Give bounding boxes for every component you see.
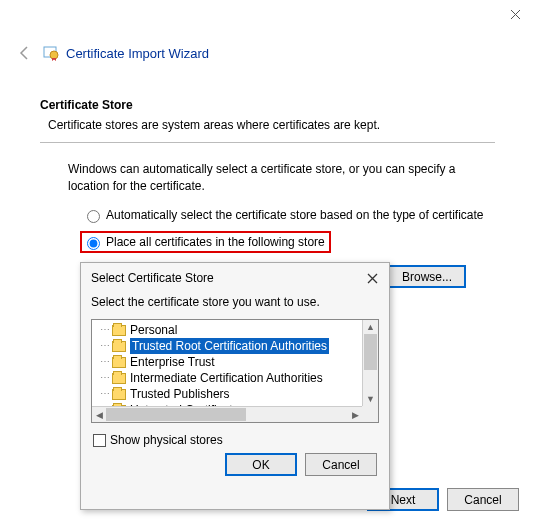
show-physical-checkbox[interactable] — [93, 434, 106, 447]
vertical-scrollbar[interactable]: ▲ ▼ — [362, 320, 378, 406]
dialog-title: Select Certificate Store — [91, 271, 214, 285]
radio-auto-input[interactable] — [87, 210, 100, 223]
scroll-corner — [362, 406, 378, 422]
radio-auto-label: Automatically select the certificate sto… — [106, 208, 484, 222]
scroll-down-icon[interactable]: ▼ — [363, 392, 378, 406]
show-physical-stores[interactable]: Show physical stores — [81, 423, 389, 453]
scroll-up-icon[interactable]: ▲ — [363, 320, 378, 334]
tree-item[interactable]: ⋯Trusted Publishers — [92, 386, 378, 402]
tree-item-label: Personal — [130, 322, 177, 338]
svg-point-1 — [50, 51, 58, 59]
section-heading: Certificate Store — [40, 98, 495, 112]
scroll-thumb-h[interactable] — [106, 408, 246, 421]
browse-button[interactable]: Browse... — [388, 265, 466, 288]
folder-icon — [112, 373, 126, 384]
body-text: Windows can automatically select a certi… — [68, 161, 467, 195]
folder-icon — [112, 325, 126, 336]
wizard-title: Certificate Import Wizard — [66, 46, 209, 61]
folder-icon — [112, 341, 126, 352]
tree-item[interactable]: ⋯Enterprise Trust — [92, 354, 378, 370]
folder-icon — [112, 357, 126, 368]
radio-place-all[interactable]: Place all certificates in the following … — [80, 231, 331, 253]
folder-icon — [112, 389, 126, 400]
tree-item[interactable]: ⋯Personal — [92, 322, 378, 338]
radio-place-label: Place all certificates in the following … — [106, 235, 325, 249]
section-description: Certificate stores are system areas wher… — [40, 118, 495, 132]
window-close-icon[interactable] — [507, 6, 523, 22]
tree-item-label: Enterprise Trust — [130, 354, 215, 370]
back-arrow-icon[interactable] — [12, 40, 38, 66]
radio-place-input[interactable] — [87, 237, 100, 250]
show-physical-label: Show physical stores — [110, 433, 223, 447]
scroll-left-icon[interactable]: ◀ — [92, 407, 106, 422]
dialog-close-icon[interactable] — [363, 269, 381, 287]
scroll-right-icon[interactable]: ▶ — [348, 407, 362, 422]
dialog-cancel-button[interactable]: Cancel — [305, 453, 377, 476]
store-tree[interactable]: ⋯Personal⋯Trusted Root Certification Aut… — [91, 319, 379, 423]
ok-button[interactable]: OK — [225, 453, 297, 476]
tree-item[interactable]: ⋯Intermediate Certification Authorities — [92, 370, 378, 386]
cancel-button[interactable]: Cancel — [447, 488, 519, 511]
certificate-icon — [42, 44, 60, 62]
tree-item[interactable]: ⋯Trusted Root Certification Authorities — [92, 338, 378, 354]
tree-item-label: Intermediate Certification Authorities — [130, 370, 323, 386]
radio-auto-select[interactable]: Automatically select the certificate sto… — [82, 207, 495, 223]
dialog-instruction: Select the certificate store you want to… — [81, 289, 389, 319]
divider — [40, 142, 495, 143]
scroll-thumb-v[interactable] — [364, 334, 377, 370]
tree-item-label: Trusted Root Certification Authorities — [130, 338, 329, 354]
tree-item-label: Trusted Publishers — [130, 386, 230, 402]
select-store-dialog: Select Certificate Store Select the cert… — [80, 262, 390, 510]
horizontal-scrollbar[interactable]: ◀ ▶ — [92, 406, 362, 422]
